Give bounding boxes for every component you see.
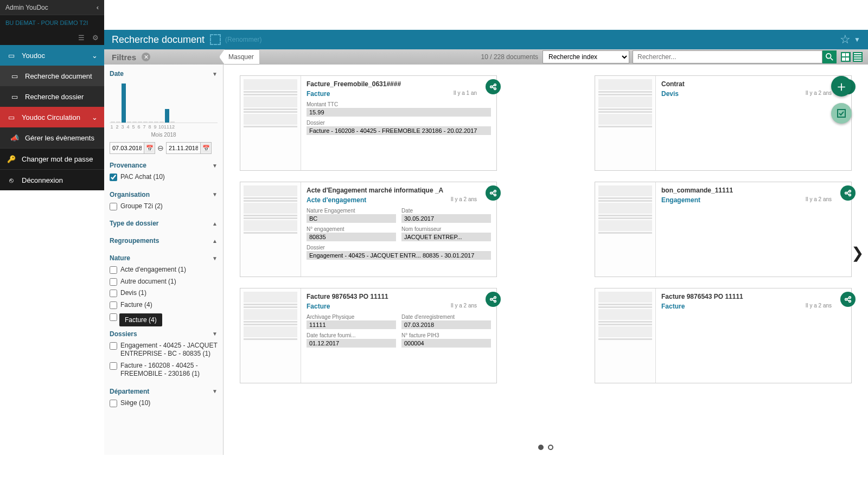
nav-evenements[interactable]: 📣 Gérer les évènements	[0, 127, 104, 148]
document-card[interactable]: Facture 9876543 PO 11111FactureIl y a 2 …	[595, 288, 852, 383]
calendar-icon[interactable]: 📅	[200, 143, 211, 153]
settings-icon[interactable]: ⚙	[92, 34, 99, 42]
document-card[interactable]: Facture_Freemobile_0631####FactureIl y a…	[240, 75, 497, 171]
date-histogram[interactable]	[110, 80, 218, 123]
checkbox[interactable]	[110, 313, 117, 321]
nav-recherche-document[interactable]: ▭ Recherche document	[0, 66, 104, 86]
filter-nature-item[interactable]: Autre document (1)	[110, 276, 218, 288]
filter-organisation-header[interactable]: Organisation ▼	[110, 189, 218, 201]
filter-dossiers-item[interactable]: Engagement - 40425 - JACQUET ENTREPRISE …	[110, 340, 218, 360]
svg-line-21	[847, 194, 849, 195]
add-document-button[interactable]: ＋	[831, 76, 852, 97]
nav-youdoc[interactable]: ▭ Youdoc ⌄	[0, 45, 104, 66]
reset-date-button[interactable]: ⊖	[157, 144, 164, 152]
share-button[interactable]	[840, 185, 856, 201]
filter-departement-header[interactable]: Département ▼	[110, 386, 218, 397]
checkbox[interactable]	[110, 362, 117, 370]
card-time: Il y a 2 ans	[451, 196, 477, 202]
search-mode-select[interactable]: Recherche index	[542, 50, 629, 63]
document-card[interactable]: bon_commande_11111EngagementIl y a 2 ans	[595, 182, 852, 277]
filter-provenance-header[interactable]: Provenance ▼	[110, 159, 218, 171]
collapse-nav-icon[interactable]: ‹	[97, 3, 99, 11]
card-title: Contrat	[661, 80, 846, 88]
svg-point-14	[494, 194, 496, 196]
card-type: Engagement	[661, 196, 700, 204]
share-button[interactable]	[840, 292, 856, 307]
rename-link[interactable]: (Renommer)	[225, 36, 261, 43]
page-dot-2[interactable]	[548, 445, 553, 450]
search-input[interactable]	[633, 50, 822, 63]
favorite-menu-icon[interactable]: ▼	[854, 36, 860, 43]
svg-point-13	[494, 190, 496, 192]
card-title: Facture 9876543 PO 11111	[661, 293, 846, 300]
share-button[interactable]	[486, 292, 501, 307]
filter-departement-item[interactable]: Siège (10)	[110, 397, 218, 409]
nav-logout[interactable]: ⎋ Déconnexion	[0, 169, 104, 190]
share-button[interactable]	[486, 185, 501, 201]
document-card[interactable]: ContratDevisIl y a 2 ans	[595, 75, 852, 171]
grid-view-button[interactable]	[841, 52, 851, 62]
filter-nature-item[interactable]: Facture (4)	[110, 299, 218, 311]
date-to-field[interactable]: 📅	[166, 142, 212, 154]
document-card[interactable]: Acte d'Engagement marché informatique _A…	[240, 182, 497, 277]
date-from-field[interactable]: 📅	[110, 142, 155, 154]
admin-label: Admin YouDoc	[5, 4, 48, 11]
meta-label: N° facture PIH3	[401, 332, 491, 338]
list-toggle-icon[interactable]: ☰	[78, 34, 85, 42]
page-header: Recherche document (Renommer) ☆ ▼	[104, 30, 868, 49]
calendar-icon[interactable]: 📅	[144, 143, 155, 153]
filter-nature-item[interactable]: Acte d'engagement (1)	[110, 264, 218, 276]
chevron-down-icon: ▼	[212, 163, 218, 169]
card-body: Facture_Freemobile_0631####FactureIl y a…	[301, 76, 496, 170]
search-button[interactable]	[822, 50, 837, 63]
checkbox[interactable]	[110, 203, 117, 210]
hide-filters-button[interactable]: Masquer	[219, 49, 260, 65]
document-card[interactable]: Facture 9876543 PO 11111FactureIl y a 2 …	[240, 288, 497, 383]
card-body: ContratDevisIl y a 2 ans	[656, 76, 851, 170]
card-time: Il y a 2 ans	[806, 90, 832, 96]
document-thumbnail	[240, 76, 301, 170]
meta-value: JACQUET ENTREP...	[401, 233, 491, 241]
filter-regroupements-header[interactable]: Regroupements ▲	[110, 235, 218, 247]
page-dot-1[interactable]	[538, 445, 544, 450]
nav-change-password[interactable]: 🔑 Changer mot de passe	[0, 148, 104, 169]
filter-dossiers-header[interactable]: Dossiers ▼	[110, 328, 218, 340]
filter-dossiers-item[interactable]: Facture - 160208 - 40425 - FREEMOBILE - …	[110, 360, 218, 380]
filter-type-dossier-label: Type de dossier	[110, 220, 158, 227]
share-button[interactable]	[486, 79, 501, 94]
list-view-button[interactable]	[853, 52, 863, 62]
nav-recherche-dossier[interactable]: ▭ Recherche dossier	[0, 86, 104, 107]
selection-box-icon[interactable]	[210, 34, 221, 45]
next-page-button[interactable]: ❯	[851, 244, 864, 262]
checkbox[interactable]	[110, 266, 117, 274]
filter-nature-item[interactable]: Devis (1)	[110, 287, 218, 299]
favorite-icon[interactable]: ☆	[840, 33, 851, 47]
filter-organisation-item[interactable]: Groupe T2i (2)	[110, 201, 218, 213]
meta-label: N° engagement	[307, 226, 396, 232]
left-nav: Admin YouDoc ‹ BU DEMAT - POUR DEMO T2I …	[0, 0, 104, 190]
svg-point-4	[494, 88, 496, 90]
checkbox[interactable]	[110, 290, 117, 297]
chevron-down-icon: ⌄	[92, 113, 98, 121]
checkbox[interactable]	[110, 278, 117, 286]
filter-type-dossier-header[interactable]: Type de dossier ▲	[110, 217, 218, 229]
tooltip: Facture (4)	[119, 313, 162, 326]
checkbox[interactable]	[110, 174, 117, 181]
date-to-input[interactable]	[167, 145, 200, 151]
nav-circulation[interactable]: ▭ Youdoc Circulation ⌄	[0, 107, 104, 127]
filter-date-header[interactable]: Date ▼	[110, 68, 218, 80]
filter-nature-header[interactable]: Nature ▼	[110, 252, 218, 264]
meta-value: 01.12.2017	[307, 339, 396, 348]
date-from-input[interactable]	[110, 145, 144, 151]
clear-filters-button[interactable]: ✕	[142, 53, 150, 61]
checkbox[interactable]	[110, 400, 117, 407]
filters-label: Filtres	[112, 53, 136, 62]
nav-youdoc-label: Youdoc	[22, 52, 45, 60]
checkbox[interactable]	[110, 301, 117, 309]
filter-provenance-item[interactable]: PAC Achat (10)	[110, 171, 218, 183]
select-all-button[interactable]	[831, 103, 852, 124]
svg-point-22	[490, 298, 493, 300]
document-thumbnail	[595, 288, 656, 383]
checkbox[interactable]	[110, 342, 117, 350]
meta-label: Date	[401, 208, 491, 214]
